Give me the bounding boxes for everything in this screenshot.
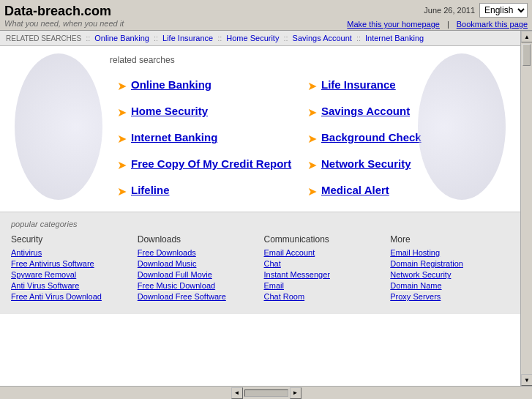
related-bar-link-3[interactable]: Savings Account bbox=[293, 34, 352, 42]
link-arrow-icon: ➤ bbox=[307, 132, 317, 146]
search-link[interactable]: Life Insurance bbox=[321, 78, 396, 91]
related-searches-label: RELATED SEARCHES bbox=[6, 34, 81, 42]
category-link[interactable]: Network Security bbox=[390, 270, 509, 279]
content-area: RELATED SEARCHES :: Online Banking :: Li… bbox=[0, 31, 520, 386]
category-link[interactable]: Download Full Movie bbox=[138, 270, 257, 279]
category-link[interactable]: Email Account bbox=[264, 248, 383, 257]
related-searches-bar: RELATED SEARCHES :: Online Banking :: Li… bbox=[0, 31, 520, 46]
category-link[interactable]: Spyware Removal bbox=[11, 270, 130, 279]
site-title: Data-breach.com bbox=[4, 4, 124, 19]
category-link[interactable]: Free Antivirus Software bbox=[11, 259, 130, 268]
decorative-circle-left bbox=[15, 53, 102, 200]
date-display: June 26, 2011 bbox=[424, 6, 475, 15]
search-link[interactable]: Medical Alert bbox=[321, 184, 389, 196]
category-col-2: CommunicationsEmail AccountChatInstant M… bbox=[264, 234, 383, 303]
category-link[interactable]: Free Music Download bbox=[138, 281, 257, 290]
search-link[interactable]: Home Security bbox=[131, 105, 208, 117]
search-link[interactable]: Free Copy Of My Credit Report bbox=[131, 157, 291, 170]
scroll-horizontal-track bbox=[244, 389, 288, 397]
search-link[interactable]: Background Check bbox=[321, 131, 422, 143]
date-lang: June 26, 2011 English bbox=[424, 3, 528, 18]
category-link[interactable]: Domain Name bbox=[390, 281, 509, 290]
category-col-3: MoreEmail HostingDomain RegistrationNetw… bbox=[390, 234, 509, 303]
category-title: More bbox=[390, 234, 509, 245]
link-arrow-icon: ➤ bbox=[117, 132, 127, 146]
main-content: related searches ➤Online Banking➤Life In… bbox=[0, 46, 520, 386]
link-arrow-icon: ➤ bbox=[117, 158, 127, 172]
search-link-cell: ➤Lifeline bbox=[110, 178, 300, 204]
link-arrow-icon: ➤ bbox=[307, 79, 317, 93]
vertical-scrollbar[interactable]: ▲ ▼ bbox=[520, 31, 532, 386]
categories-grid: SecurityAntivirusFree Antivirus Software… bbox=[11, 234, 509, 303]
category-link[interactable]: Email bbox=[264, 281, 383, 290]
search-link[interactable]: Online Banking bbox=[131, 78, 211, 91]
category-title: Downloads bbox=[138, 234, 257, 245]
search-link[interactable]: Savings Account bbox=[321, 105, 410, 117]
scroll-right-button[interactable]: ► bbox=[290, 387, 301, 399]
category-link[interactable]: Chat bbox=[264, 259, 383, 268]
popular-heading: popular categories bbox=[11, 220, 509, 228]
category-link[interactable]: Free Downloads bbox=[138, 248, 257, 257]
search-link[interactable]: Network Security bbox=[321, 157, 411, 170]
scroll-left-button[interactable]: ◄ bbox=[231, 387, 243, 399]
category-link[interactable]: Proxy Servers bbox=[390, 292, 509, 301]
category-link[interactable]: Chat Room bbox=[264, 292, 383, 301]
category-col-0: SecurityAntivirusFree Antivirus Software… bbox=[11, 234, 130, 303]
related-bar-link-0[interactable]: Online Banking bbox=[94, 34, 149, 42]
link-arrow-icon: ➤ bbox=[307, 158, 317, 172]
category-col-1: DownloadsFree DownloadsDownload MusicDow… bbox=[138, 234, 257, 303]
related-bar-link-2[interactable]: Home Security bbox=[226, 34, 279, 42]
search-link-cell: ➤Internet Banking bbox=[110, 125, 300, 152]
link-arrow-icon: ➤ bbox=[117, 184, 127, 198]
category-link[interactable]: Antivirus bbox=[11, 248, 130, 257]
search-link[interactable]: Internet Banking bbox=[131, 131, 217, 143]
decorative-circle-right bbox=[418, 53, 506, 200]
search-link-cell: ➤Home Security bbox=[110, 99, 300, 125]
search-link-cell: ➤Online Banking bbox=[110, 72, 300, 99]
search-section: related searches ➤Online Banking➤Life In… bbox=[0, 46, 520, 212]
top-links: Make this your homepage | Bookmark this … bbox=[347, 20, 528, 29]
link-arrow-icon: ➤ bbox=[307, 184, 317, 198]
site-tagline: What you need, when you need it bbox=[4, 19, 124, 28]
browser-chrome: Data-breach.com What you need, when you … bbox=[0, 0, 532, 31]
category-link[interactable]: Anti Virus Software bbox=[11, 281, 130, 290]
search-link-cell: ➤Free Copy Of My Credit Report bbox=[110, 152, 300, 178]
link-arrow-icon: ➤ bbox=[307, 105, 317, 119]
homepage-link[interactable]: Make this your homepage bbox=[347, 20, 440, 29]
category-link[interactable]: Email Hosting bbox=[390, 248, 509, 257]
bookmark-link[interactable]: Bookmark this page bbox=[457, 20, 528, 29]
scroll-up-button[interactable]: ▲ bbox=[521, 31, 532, 42]
scroll-track bbox=[521, 42, 532, 374]
outer-wrapper: RELATED SEARCHES :: Online Banking :: Li… bbox=[0, 31, 532, 386]
top-right: June 26, 2011 English Make this your hom… bbox=[347, 3, 528, 29]
category-link[interactable]: Download Music bbox=[138, 259, 257, 268]
site-info: Data-breach.com What you need, when you … bbox=[4, 4, 124, 28]
link-arrow-icon: ➤ bbox=[117, 79, 127, 93]
category-link[interactable]: Download Free Software bbox=[138, 292, 257, 301]
category-title: Communications bbox=[264, 234, 383, 245]
popular-categories-section: popular categories SecurityAntivirusFree… bbox=[0, 212, 520, 314]
category-link[interactable]: Free Anti Virus Download bbox=[11, 292, 130, 301]
language-select[interactable]: English bbox=[479, 3, 528, 18]
scroll-thumb[interactable] bbox=[522, 44, 531, 66]
scroll-down-button[interactable]: ▼ bbox=[521, 374, 532, 386]
search-link[interactable]: Lifeline bbox=[131, 184, 170, 196]
related-bar-link-4[interactable]: Internet Banking bbox=[365, 34, 424, 42]
category-link[interactable]: Domain Registration bbox=[390, 259, 509, 268]
horizontal-scrollbar: ◄ ► bbox=[0, 386, 532, 399]
link-arrow-icon: ➤ bbox=[117, 105, 127, 119]
related-bar-link-1[interactable]: Life Insurance bbox=[162, 34, 213, 42]
category-title: Security bbox=[11, 234, 130, 245]
category-link[interactable]: Instant Messenger bbox=[264, 270, 383, 279]
